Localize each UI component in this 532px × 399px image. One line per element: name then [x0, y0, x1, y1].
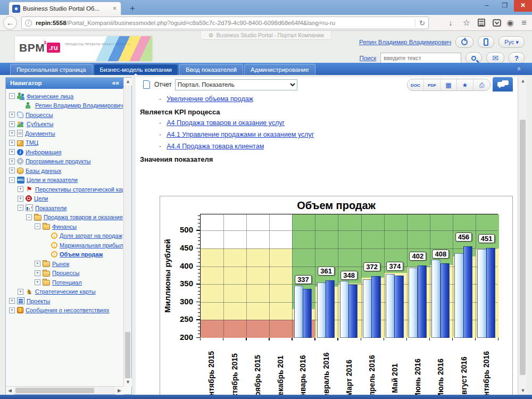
sidebar-vscrollbar[interactable]: ▲ ▼ — [123, 78, 131, 386]
kpi-process-link-0[interactable]: А4 Продажа товаров и оказание услуг — [167, 119, 285, 127]
library-icon[interactable] — [478, 19, 485, 27]
kpi-process-link-2[interactable]: А4.4 Продажа товара клиентам — [167, 143, 264, 150]
search-link[interactable]: Поиск — [359, 55, 376, 61]
help-button[interactable]: ? — [509, 52, 525, 64]
new-tab-button[interactable]: + — [126, 3, 139, 14]
search-input[interactable] — [380, 53, 461, 64]
tree-link-3[interactable]: Субъекты — [27, 121, 53, 127]
expand-icon[interactable]: + — [9, 140, 15, 146]
expand-icon[interactable]: + — [9, 130, 15, 136]
expand-icon[interactable]: + — [9, 168, 15, 173]
expand-icon[interactable]: + — [9, 307, 15, 313]
export-excel-button[interactable]: ▦ — [440, 79, 457, 90]
scroll-up-icon[interactable]: ▲ — [124, 78, 132, 86]
print-button[interactable]: ⎙ — [473, 79, 490, 90]
close-tab-icon[interactable]: × — [112, 5, 118, 12]
expand-icon[interactable]: + — [18, 196, 23, 202]
expand-icon[interactable]: + — [18, 289, 23, 295]
scroll-up-icon[interactable]: ▲ — [519, 77, 527, 85]
scroll-down-icon[interactable]: ▼ — [124, 378, 132, 386]
tree-link-7[interactable]: Программные продукты — [26, 158, 90, 164]
expand-icon[interactable]: + — [35, 261, 40, 267]
tree-link-21[interactable]: Стратегические карты — [35, 288, 96, 295]
export-pdf-button[interactable]: PDF — [424, 79, 440, 90]
search-button[interactable] — [466, 52, 482, 64]
tree-link-20[interactable]: Потенциал — [52, 279, 82, 286]
collapse-icon[interactable]: − — [9, 177, 15, 183]
nav-tab-0[interactable]: Персональная страница — [10, 64, 93, 75]
expand-icon[interactable]: + — [35, 279, 40, 285]
tree-link-6[interactable]: Информация — [26, 149, 61, 155]
collapse-icon[interactable]: − — [35, 223, 40, 229]
tree-link-22[interactable]: Проекты — [27, 298, 50, 304]
nav-tab-1[interactable]: Бизнес-модель компании — [94, 64, 179, 75]
tree-link-1[interactable]: Репин Владимир Владимирович — [35, 102, 123, 109]
nav-tab-2[interactable]: Ввод показателей — [179, 64, 243, 75]
expand-icon[interactable]: + — [18, 186, 23, 192]
goal-link[interactable]: Увеличение объема продаж — [167, 95, 253, 103]
scroll-thumb[interactable] — [15, 388, 94, 393]
comments-button[interactable] — [493, 77, 513, 92]
user-profile-link[interactable]: Репин Владимир Владимирович — [359, 39, 451, 45]
maximize-button[interactable]: ❐ — [496, 0, 514, 12]
sidebar-hscrollbar[interactable]: ◀ ▶ — [6, 386, 123, 394]
tree-link-9[interactable]: Цели и показатели — [27, 177, 78, 183]
expand-icon[interactable]: + — [35, 270, 40, 276]
scroll-down-icon[interactable]: ▼ — [519, 387, 527, 395]
reload-icon[interactable]: ↻ — [415, 19, 425, 27]
logout-button[interactable] — [455, 36, 473, 48]
main-vscrollbar[interactable]: ▲ ▼ — [518, 77, 527, 395]
expand-icon[interactable]: + — [9, 121, 15, 127]
tree-link-19[interactable]: Процессы — [52, 270, 79, 276]
tree-link-17[interactable]: Объем продаж — [60, 251, 103, 257]
nav-tab-3[interactable]: Администрирование — [244, 64, 315, 75]
collapse-icon[interactable]: − — [26, 214, 32, 220]
close-window-button[interactable]: ✕ — [514, 0, 532, 12]
kpi-process-link-1[interactable]: А4.1 Управление продажами и оказанием ус… — [167, 131, 314, 138]
tree-link-2[interactable]: Процессы — [26, 112, 53, 118]
mobile-button[interactable] — [478, 36, 494, 48]
scroll-thumb[interactable] — [520, 120, 526, 375]
report-select[interactable]: Портал. Показатель — [175, 79, 297, 90]
expand-icon[interactable]: + — [9, 159, 15, 164]
tree-link-14[interactable]: Финансы — [52, 223, 77, 230]
favorite-button[interactable]: ★ — [457, 79, 473, 90]
tree-link-18[interactable]: Рынок — [52, 261, 69, 267]
expand-icon[interactable]: + — [9, 149, 15, 155]
tree-link-0[interactable]: Физические лица — [27, 93, 73, 99]
export-doc-button[interactable]: DOC — [408, 79, 424, 90]
tree-link-13[interactable]: Продажа товаров и оказание услуг — [44, 214, 123, 220]
scroll-left-icon[interactable]: ◀ — [6, 387, 14, 395]
language-button[interactable]: Рус ▾ — [498, 36, 525, 48]
collapse-icon[interactable]: − — [18, 205, 23, 211]
collapse-sidebar-icon[interactable]: «« — [112, 78, 119, 89]
tree-link-4[interactable]: Документы — [25, 130, 55, 137]
tree-link-10[interactable]: Перспективы стратегической карты — [35, 186, 123, 193]
tree-link-15[interactable]: Доля затрат на продажу и логи — [60, 232, 123, 239]
scroll-right-icon[interactable]: ▶ — [115, 387, 123, 395]
tree-link-16[interactable]: Маржинальная прибыль — [60, 242, 123, 248]
tree-link-23[interactable]: Сообщения о несоответствиях — [26, 307, 109, 313]
tree-link-5[interactable]: ТМЦ — [26, 139, 38, 146]
site-info-icon[interactable]: i — [25, 20, 32, 27]
tree-link-8[interactable]: Базы данных — [26, 168, 61, 174]
pocket-icon[interactable] — [493, 19, 501, 27]
minimize-button[interactable]: – — [478, 0, 496, 12]
expand-icon[interactable]: + — [9, 298, 15, 304]
sync-icon[interactable]: ◉ — [504, 18, 516, 28]
scroll-thumb[interactable] — [125, 332, 130, 379]
expand-icon[interactable]: + — [9, 112, 15, 118]
bookmark-star-icon[interactable]: ☆ — [461, 18, 472, 28]
downloads-icon[interactable]: ↓ — [445, 18, 456, 28]
collapse-icon[interactable]: − — [9, 93, 15, 99]
browser-tab[interactable]: Business Studio Portal Об... × — [9, 2, 121, 15]
x-tick — [475, 338, 476, 340]
back-button[interactable]: ← — [3, 16, 17, 30]
collapse-header-icon[interactable]: » — [514, 67, 522, 71]
tree-link-11[interactable]: Цели — [34, 195, 48, 202]
tree-link-12[interactable]: Показатели — [35, 205, 66, 211]
menu-icon[interactable]: ≡ — [518, 18, 530, 28]
address-bar[interactable]: i repin:5558/Portal_Kompanii/businessmod… — [21, 16, 429, 29]
mail-button[interactable]: ✉ — [486, 52, 504, 64]
y-minor-tick — [198, 291, 200, 292]
